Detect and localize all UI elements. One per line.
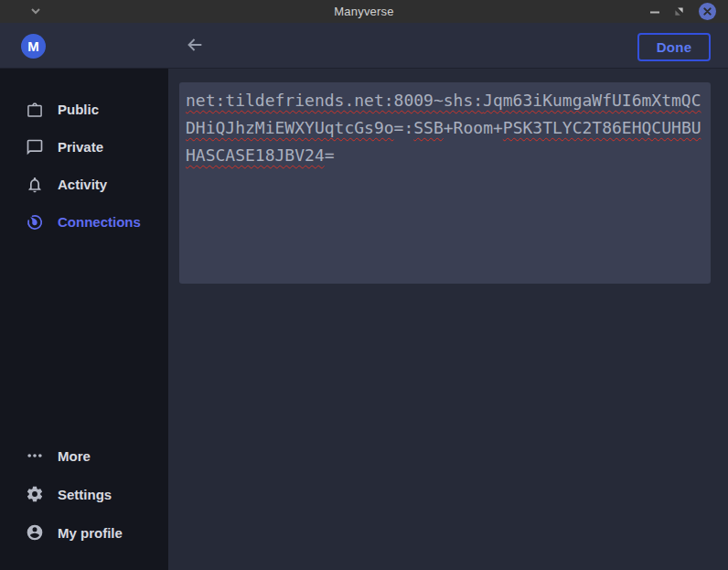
restore-button[interactable] — [674, 6, 684, 16]
account-circle-icon — [26, 523, 44, 542]
sidebar-item-label: My profile — [58, 525, 123, 541]
main-content: net:tildefriends.net:8009~shs:Jqm63iKumg… — [168, 69, 728, 570]
sidebar-item-label: Public — [58, 102, 99, 117]
sidebar-item-label: Private — [58, 139, 103, 155]
invite-text-segment: net:tildefriends.net:8009~shs: — [186, 91, 483, 110]
sidebar-item-public[interactable]: Public — [0, 91, 168, 128]
sidebar: Public Private Activity — [0, 69, 168, 570]
sidebar-item-my-profile[interactable]: My profile — [0, 513, 168, 552]
invite-text-segment: DHiQJhzMiEWXYUqtcGs9o — [186, 118, 394, 137]
invite-text-segment: PSK3TLYC2T86EHQCUHBU — [503, 118, 701, 137]
close-button[interactable] — [699, 3, 716, 20]
message-icon — [26, 138, 44, 156]
gear-icon — [26, 485, 44, 503]
sidebar-item-more[interactable]: More — [0, 436, 168, 475]
manyverse-logo: M — [21, 34, 46, 59]
minimize-button[interactable] — [650, 7, 659, 16]
back-button[interactable] — [183, 35, 207, 57]
done-button[interactable]: Done — [637, 33, 711, 61]
sidebar-item-label: Settings — [58, 487, 112, 502]
sidebar-item-label: More — [58, 448, 91, 464]
invite-code-line: DHiQJhzMiEWXYUqtcGs9o=:SSB+Room+PSK3TLYC… — [186, 114, 704, 142]
invite-code-line: HASCASE18JBV24= — [186, 142, 704, 169]
bulletin-board-icon — [26, 101, 44, 119]
sidebar-item-activity[interactable]: Activity — [0, 166, 168, 203]
sidebar-item-connections[interactable]: Connections — [0, 203, 168, 241]
window-title: Manyverse — [0, 5, 728, 18]
sidebar-item-label: Activity — [58, 177, 107, 192]
invite-text-segment: = — [325, 145, 335, 165]
window-controls — [650, 0, 716, 23]
sidebar-item-label: Connections — [58, 214, 141, 230]
manyverse-window: Manyverse M Done — [0, 0, 728, 570]
invite-text-segment: +Room+ — [444, 118, 503, 137]
sidebar-footer: More Settings My p — [0, 436, 168, 570]
os-titlebar: Manyverse — [0, 0, 728, 23]
sidebar-item-settings[interactable]: Settings — [0, 475, 168, 513]
logo-letter: M — [27, 38, 39, 54]
invite-code-line: net:tildefriends.net:8009~shs:Jqm63iKumg… — [186, 87, 704, 114]
back-arrow-icon — [184, 35, 206, 58]
invite-text-segment: SSB — [413, 118, 444, 137]
connections-icon — [26, 213, 44, 231]
invite-text-segment: =: — [394, 118, 414, 137]
ellipsis-icon — [26, 446, 44, 465]
bell-icon — [26, 176, 44, 194]
invite-text-segment: Jqm63iKumgaWfUI6mXtmQC — [483, 91, 701, 110]
app-topbar: M Done — [0, 23, 728, 69]
invite-code-textarea[interactable]: net:tildefriends.net:8009~shs:Jqm63iKumg… — [179, 82, 711, 284]
sidebar-item-private[interactable]: Private — [0, 128, 168, 166]
invite-text-segment: HASCASE18JBV24 — [186, 145, 325, 165]
window-menu-chevron-icon[interactable] — [30, 6, 41, 16]
